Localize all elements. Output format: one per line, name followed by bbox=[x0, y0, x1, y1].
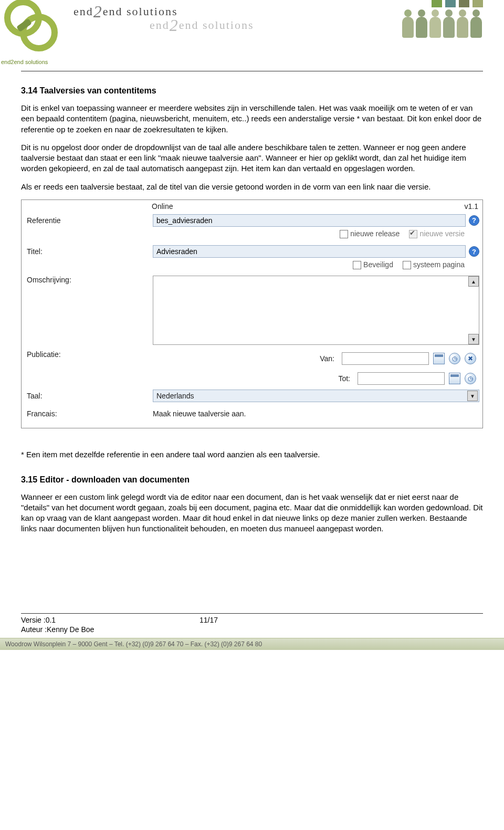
checkbox-nieuwe-release[interactable]: nieuwe release bbox=[340, 229, 400, 238]
label-van: Van: bbox=[306, 354, 338, 363]
help-icon[interactable]: ? bbox=[469, 246, 479, 257]
footer-address: Woodrow Wilsonplein 7 – 9000 Gent – Tel.… bbox=[0, 638, 504, 650]
label-taal: Taal: bbox=[22, 392, 153, 400]
make-new-language-version-link[interactable]: Maak nieuwe taalversie aan. bbox=[153, 409, 246, 418]
brand-pre: end bbox=[74, 5, 93, 18]
page-footer: Versie :0.1 11/17 Auteur :Kenny De Boe bbox=[21, 613, 483, 636]
paragraph: Wanneer er een custom link gelegd wordt … bbox=[21, 492, 483, 534]
checkbox-beveiligd[interactable]: Beveiligd bbox=[353, 260, 393, 269]
brand-text-watermark: end2end solutions bbox=[150, 16, 254, 35]
footer-auteur: Auteur :Kenny De Boe bbox=[21, 625, 483, 634]
taal-select[interactable]: Nederlands ▼ bbox=[153, 390, 479, 402]
taal-select-value: Nederlands bbox=[156, 392, 194, 400]
label-titel: Titel: bbox=[22, 247, 153, 256]
paragraph: Dit is enkel van toepassing wanneer er m… bbox=[21, 103, 483, 135]
status-label: Online bbox=[152, 202, 447, 211]
people-icon bbox=[456, 9, 469, 38]
people-icon bbox=[442, 9, 456, 38]
calendar-icon[interactable] bbox=[433, 353, 445, 364]
checkbox-nieuwe-versie[interactable]: nieuwe versie bbox=[409, 229, 465, 238]
publicatie-tot-input[interactable] bbox=[358, 372, 445, 385]
checkbox-systeem-pagina[interactable]: systeem pagina bbox=[403, 260, 465, 269]
page-header: end2end solutions end2end solutions end2… bbox=[21, 0, 483, 71]
footer-versie: Versie :0.1 bbox=[21, 616, 200, 624]
titel-input[interactable] bbox=[153, 245, 466, 258]
chevron-down-icon: ▼ bbox=[467, 391, 478, 401]
version-label: v1.1 bbox=[447, 202, 478, 211]
brand-two: 2 bbox=[93, 2, 103, 21]
referentie-input[interactable] bbox=[153, 214, 466, 227]
section-heading-3-15: 3.15 Editor - downloaden van documenten bbox=[21, 475, 483, 485]
paragraph: Dit is nu opgelost door onder de dropdow… bbox=[21, 142, 483, 174]
section-heading-3-14: 3.14 Taalversies van contentitems bbox=[21, 86, 483, 96]
paragraph: Als er reeds een taalversie bestaat, zal… bbox=[21, 182, 483, 192]
omschrijving-textarea[interactable]: ▲ ▼ bbox=[153, 276, 479, 345]
form-screenshot: Online v1.1 Referentie ? nieuwe release … bbox=[21, 199, 483, 429]
people-icon bbox=[401, 9, 415, 38]
people-icon bbox=[469, 9, 483, 38]
help-icon[interactable]: ? bbox=[469, 215, 479, 226]
header-right-decor bbox=[401, 0, 483, 38]
label-publicatie: Publicatie: bbox=[22, 350, 153, 359]
people-icon bbox=[415, 9, 428, 38]
footnote: * Een item met dezelfde referentie in ee… bbox=[21, 449, 483, 460]
people-icon bbox=[428, 9, 442, 38]
publicatie-van-input[interactable] bbox=[342, 352, 429, 365]
calendar-icon[interactable] bbox=[449, 373, 460, 384]
time-icon[interactable]: ◷ bbox=[449, 353, 460, 364]
logo-label: end2end solutions bbox=[1, 59, 48, 65]
label-tot: Tot: bbox=[322, 374, 353, 383]
label-omschrijving: Omschrijving: bbox=[22, 276, 153, 284]
label-francais: Francais: bbox=[22, 409, 153, 418]
time-icon[interactable]: ◷ bbox=[465, 373, 476, 384]
footer-page-number: 11/17 bbox=[200, 616, 304, 624]
clear-icon[interactable]: ✖ bbox=[465, 353, 476, 364]
header-divider bbox=[21, 71, 483, 71]
scroll-up-icon[interactable]: ▲ bbox=[468, 276, 479, 287]
scroll-down-icon[interactable]: ▼ bbox=[468, 334, 479, 344]
logo: end2end solutions bbox=[4, 0, 66, 65]
label-referentie: Referentie bbox=[22, 216, 153, 225]
